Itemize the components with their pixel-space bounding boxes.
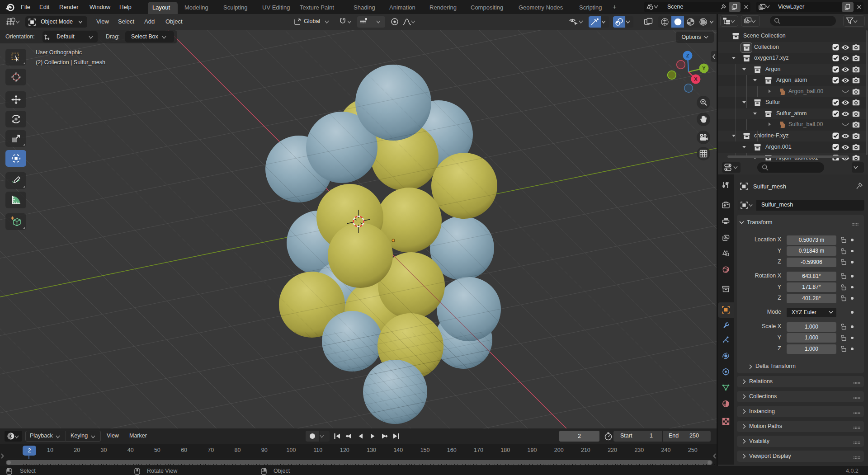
svg-text:Z: Z [686, 53, 689, 58]
svg-text:Y: Y [702, 66, 706, 71]
svg-text:X: X [694, 76, 698, 82]
